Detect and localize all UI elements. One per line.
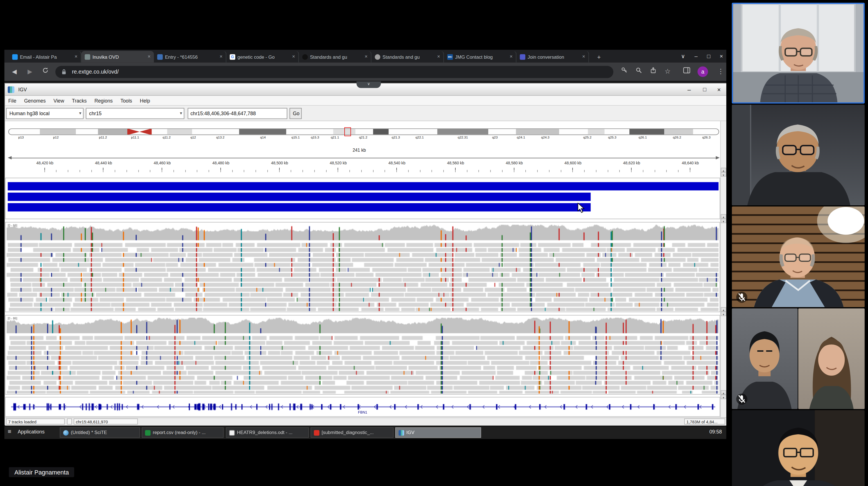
browser-tab-entry[interactable]: Entry - *614556 × xyxy=(154,51,226,62)
taskbar-window-submitted-diagnostic[interactable]: [submitted_diagnostic_... xyxy=(311,427,394,438)
menu-tools[interactable]: Tools xyxy=(121,98,132,103)
tab-favicon-globe-icon xyxy=(375,54,380,60)
participant-video-3[interactable] xyxy=(732,206,865,307)
browser-tab-genetic-code[interactable]: G genetic code - Go × xyxy=(226,51,299,62)
tab-close-icon[interactable]: × xyxy=(148,54,150,59)
ideogram-band-segment xyxy=(629,129,664,135)
locus-input[interactable] xyxy=(188,108,287,119)
tab-close-icon[interactable]: × xyxy=(509,54,513,59)
screenshot-stage: Email - Alistair Pa × Inuvika OVD × Entr… xyxy=(0,0,868,486)
diagnostic-file-icon xyxy=(314,430,319,435)
scroll-down-icon[interactable]: ▼ xyxy=(721,312,726,316)
scroll-up-icon[interactable]: ▲ xyxy=(721,214,726,219)
tab-close-icon[interactable]: × xyxy=(365,54,367,59)
browser-menu-kebab-icon[interactable]: ⋮ xyxy=(716,67,725,76)
browser-tab-standards-2[interactable]: Standards and gu × xyxy=(371,51,444,62)
band-label: q26.2 xyxy=(673,136,681,139)
band-label: q11.2 xyxy=(162,136,170,139)
scroll-up-icon[interactable]: ▲ xyxy=(721,307,726,312)
igv-minimize-icon[interactable]: – xyxy=(687,84,691,96)
blue-track-bar-2[interactable] xyxy=(8,193,591,201)
blue-track-bar-1[interactable] xyxy=(8,182,719,191)
ideogram-band-segment xyxy=(516,129,559,135)
igv-maximize-icon[interactable]: □ xyxy=(703,84,706,96)
band-label: q12 xyxy=(190,136,196,139)
reload-icon[interactable] xyxy=(41,67,50,76)
applications-menu-label[interactable]: Applications xyxy=(18,429,45,434)
tab-close-icon[interactable]: × xyxy=(74,54,77,59)
gene-track-panel[interactable]: FBN1 xyxy=(5,397,720,417)
participant-video-4[interactable] xyxy=(732,309,798,409)
ruler-tick-label: 48,640 kb xyxy=(682,161,699,165)
alignment-track-1-canvas[interactable] xyxy=(7,223,719,311)
browser-tab-email[interactable]: Email - Alistair Pa × xyxy=(9,51,82,62)
scroll-down-icon[interactable]: ▼ xyxy=(721,172,726,177)
bookmark-star-icon[interactable]: ☆ xyxy=(663,67,672,76)
browser-tab-inuvika-ovd[interactable]: Inuvika OVD × xyxy=(82,51,154,62)
share-icon[interactable] xyxy=(649,67,658,76)
centromere-left xyxy=(127,128,140,135)
browser-tab-jmg-contact[interactable]: BMJ JMG Contact blog × xyxy=(444,51,516,62)
password-key-icon[interactable] xyxy=(620,67,629,76)
forward-icon[interactable]: ▶ xyxy=(26,67,35,76)
ruler-tick-label: 48,560 kb xyxy=(447,161,464,165)
participant-5-video-frame xyxy=(798,309,865,409)
igv-close-icon[interactable]: × xyxy=(717,84,721,96)
blue-region-track-panel[interactable] xyxy=(5,177,720,219)
menu-view[interactable]: View xyxy=(53,98,64,103)
scite-icon xyxy=(63,430,69,435)
menu-tracks[interactable]: Tracks xyxy=(72,98,87,103)
taskbar-window-heatr9-odt[interactable]: HEATR9_deletions.odt - ... xyxy=(226,427,309,438)
menu-help[interactable]: Help xyxy=(140,98,150,103)
menu-file[interactable]: File xyxy=(8,98,17,103)
taskbar-window-label: report.csv (read-only) - ... xyxy=(153,428,206,437)
tab-close-icon[interactable]: × xyxy=(437,54,440,59)
omnibox[interactable]: re.extge.co.uk/ovd/ xyxy=(55,66,613,78)
chromosome-select[interactable]: chr15 ▾ xyxy=(86,108,184,119)
back-icon[interactable]: ◀ xyxy=(10,67,19,76)
profile-avatar[interactable]: a xyxy=(698,66,708,77)
band-label: q24.3 xyxy=(541,136,550,139)
igv-menu-bar: File Genomes View Tracks Regions Tools H… xyxy=(5,96,726,106)
window-minimize-icon[interactable]: – xyxy=(694,53,698,59)
genome-select[interactable]: Human hg38 local ▾ xyxy=(6,108,84,119)
go-button[interactable]: Go xyxy=(289,108,302,119)
alignment-track-1-panel[interactable]: [0 - 66] xyxy=(5,222,720,312)
participant-video-6[interactable] xyxy=(732,410,865,486)
track-scrollbar[interactable]: ▲ ▼ ▲ ▼ ▲ ▼ ▲ ▼ xyxy=(720,121,726,417)
new-tab-button[interactable]: + xyxy=(593,52,604,62)
applications-menu-icon[interactable]: ≡ xyxy=(8,428,11,434)
participant-video-1[interactable] xyxy=(732,3,865,104)
tab-close-icon[interactable]: × xyxy=(220,54,222,59)
mic-muted-icon xyxy=(736,292,747,302)
alignment-track-2-canvas[interactable] xyxy=(7,316,719,394)
band-label: q25.2 xyxy=(583,136,592,139)
scroll-up-icon[interactable]: ▲ xyxy=(721,390,726,395)
tab-close-icon[interactable]: × xyxy=(292,54,295,59)
browser-tab-standards-1[interactable]: Standards and gu × xyxy=(299,51,371,62)
taskbar-window-igv[interactable]: IGV xyxy=(395,427,481,438)
tab-search-chevron-icon[interactable]: ∨ xyxy=(681,53,685,59)
browser-tab-join-conversation[interactable]: Join conversation × xyxy=(516,51,589,62)
taskbar-window-scite[interactable]: (Untitled) * SciTE xyxy=(60,427,140,438)
ideogram-bar[interactable] xyxy=(8,128,719,135)
window-close-icon[interactable]: × xyxy=(720,53,723,59)
ovd-session-handle[interactable]: ∨ xyxy=(356,82,381,88)
alignment-track-2-panel[interactable]: [0 - 86] xyxy=(5,315,720,395)
scroll-up-icon[interactable]: ▲ xyxy=(721,168,726,172)
blue-track-bar-3[interactable] xyxy=(8,203,591,212)
menu-regions[interactable]: Regions xyxy=(94,98,113,103)
menu-genomes[interactable]: Genomes xyxy=(24,98,46,103)
tab-close-icon[interactable]: × xyxy=(582,54,585,59)
scroll-down-icon[interactable]: ▼ xyxy=(721,219,726,223)
window-maximize-icon[interactable]: □ xyxy=(707,53,710,59)
side-panel-icon[interactable] xyxy=(682,67,691,76)
centromere-right xyxy=(140,128,152,135)
scroll-down-icon[interactable]: ▼ xyxy=(721,395,726,399)
span-arrow-left xyxy=(8,156,12,160)
participant-video-2[interactable] xyxy=(732,104,865,205)
taskbar-window-report-csv[interactable]: report.csv (read-only) - ... xyxy=(142,427,223,438)
zoom-search-icon[interactable] xyxy=(634,67,643,76)
band-label: p12 xyxy=(53,136,59,139)
participant-video-5[interactable] xyxy=(798,309,865,409)
